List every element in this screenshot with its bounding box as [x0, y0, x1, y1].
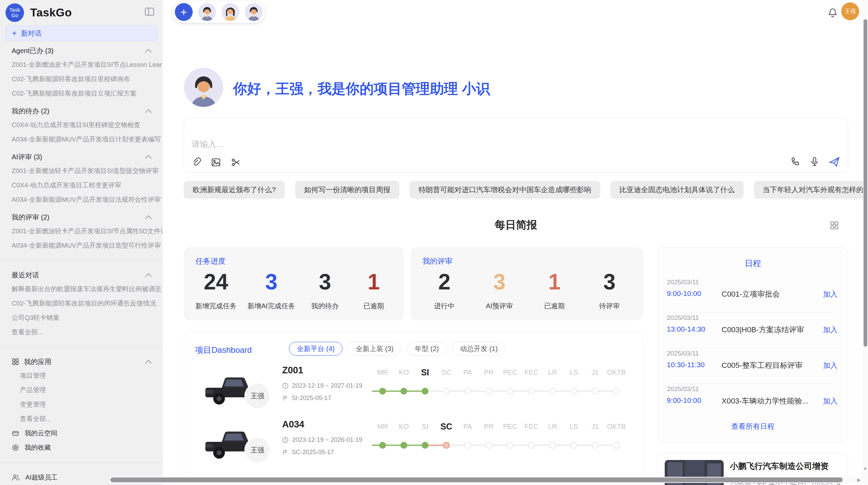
scissors-icon[interactable] [231, 157, 241, 167]
sidebar-section-header[interactable]: AI评审 (3) [12, 150, 162, 164]
avatar[interactable] [198, 3, 216, 21]
milestone-dot[interactable] [549, 442, 556, 449]
milestone-label: OKTB [606, 366, 627, 378]
app-item[interactable]: 变更管理 [12, 397, 162, 412]
milestone-dot[interactable] [528, 442, 535, 449]
stats-row: 2进行中3AI预评审1已逾期3待评审 [411, 269, 643, 311]
sidebar-item[interactable]: Z001-全新燃油轻卡产品开发项目SI造型提交物评审 [12, 164, 162, 178]
sidebar-item[interactable]: C02-飞腾新能源轻客改款项目立项汇报方案 [12, 86, 162, 101]
dashboard-tab[interactable]: 全新上装 (3) [348, 342, 401, 356]
avatar[interactable] [221, 3, 239, 21]
milestone-dot[interactable] [400, 442, 407, 449]
join-meeting-link[interactable]: 加入 [823, 325, 837, 335]
join-meeting-link[interactable]: 加入 [823, 289, 837, 299]
milestone-dot[interactable] [400, 388, 407, 395]
dashboard-tab[interactable]: 全新平台 (4) [289, 342, 342, 356]
notification-bell-icon[interactable] [828, 8, 838, 18]
milestone-dot[interactable] [613, 442, 620, 449]
stat-value: 24 [195, 269, 237, 295]
microphone-icon[interactable] [809, 157, 820, 167]
milestone-dot[interactable] [570, 388, 577, 395]
milestone-dot[interactable] [570, 442, 577, 449]
milestone-dot[interactable] [507, 388, 514, 395]
event-date: 2025/03/11 [667, 314, 699, 322]
collapse-sidebar-icon[interactable] [144, 7, 155, 16]
add-session-button[interactable]: + [175, 3, 193, 21]
milestone-dot[interactable] [379, 388, 386, 395]
recent-chat-item[interactable]: 解释最新出台的欧盟报废车法规再生塑料比例被调至15%... [12, 282, 162, 296]
milestone-dot[interactable] [464, 388, 471, 395]
stats-row: 24新增完成任务3新增AI完成任务3我的待办1已逾期 [184, 269, 404, 311]
suggestion-chips: 欧洲新规最近颁布了什么?如何写一份清晰的项目周报特朗普可能对进口汽车增税会对中国… [184, 181, 868, 199]
sidebar-item[interactable]: A034-全新新能源MUV产品开发项目计划变更表编写 [12, 132, 162, 147]
sidebar-item[interactable]: C0X4-动力总成开发项目SI里程碑提交物检查 [12, 118, 162, 132]
vertical-scrollbar-thumb[interactable] [864, 19, 867, 347]
sidebar-link-我的云空间[interactable]: 我的云空间 [12, 426, 162, 440]
sidebar-item[interactable]: Z001-全新燃油皮卡产品开发项目SI节点Lesson Learn报告 [12, 58, 162, 72]
user-avatar[interactable]: 王强 [841, 2, 859, 20]
avatar[interactable] [245, 3, 263, 21]
image-upload-icon[interactable] [211, 157, 221, 167]
sidebar-item[interactable]: C0X4-动力总成开发项目工程变更评审 [12, 178, 162, 192]
app-item[interactable]: 产品管理 [12, 383, 162, 397]
sidebar-section-header[interactable]: 我的待办 (2) [12, 104, 162, 118]
milestone-dot[interactable] [485, 442, 492, 449]
join-meeting-link[interactable]: 加入 [823, 396, 837, 406]
milestone-dot[interactable] [422, 388, 429, 395]
milestone-dot[interactable] [464, 442, 471, 449]
milestone-dot[interactable] [507, 442, 514, 449]
milestone-dot[interactable] [443, 388, 450, 395]
suggestion-chip[interactable]: 比亚迪全固态电池计划具体说了什么 [611, 181, 744, 199]
milestone-dot[interactable] [422, 442, 429, 449]
project-row-Z001: 王强Z0012023-12-19 ~ 2027-01-19SI-2025-05-… [184, 363, 643, 417]
project-code: Z001 [282, 365, 303, 376]
attachment-icon[interactable] [191, 157, 201, 167]
suggestion-chip[interactable]: 当下年轻人对汽车外观有怎样的喜好趋势 [754, 181, 868, 199]
sidebar-section-header[interactable]: Agent已办 (3) [12, 44, 162, 58]
recent-chats-header[interactable]: 最近对话 [12, 268, 162, 282]
chevron-up-icon [145, 273, 152, 277]
milestone-dot[interactable] [592, 388, 599, 395]
sidebar-item[interactable]: A034-全新新能源MUV产品开发项目法规符合性评审 [12, 192, 162, 207]
new-chat-button[interactable]: + 新对话 [5, 25, 157, 41]
phone-call-icon[interactable] [790, 157, 800, 167]
view-all-apps-link[interactable]: 查看全部... [12, 412, 162, 426]
sidebar-item[interactable]: C02-飞腾新能源轻客改款项目里程碑画布 [12, 72, 162, 86]
scroll-right-arrow-icon[interactable]: ▶ [857, 477, 861, 483]
app-item[interactable]: 项目管理 [12, 369, 162, 383]
send-icon[interactable] [829, 156, 840, 167]
suggestion-chip[interactable]: 特朗普可能对进口汽车增税会对中国车企造成哪些影响 [410, 181, 600, 199]
my-apps-header[interactable]: 我的应用 [12, 355, 162, 369]
schedule-events: 2025/03/119:00-10:00C001-立项审批会加入2025/03/… [658, 277, 848, 420]
suggestion-chip[interactable]: 欧洲新规最近颁布了什么? [184, 181, 285, 199]
suggestion-chip[interactable]: 如何写一份清晰的项目周报 [295, 181, 399, 199]
view-all-chats-link[interactable]: 查看全部... [12, 325, 162, 339]
composer-right-tools [790, 156, 840, 167]
milestone-dot[interactable] [379, 442, 386, 449]
milestone-dot[interactable] [528, 388, 535, 395]
recent-chat-item[interactable]: 公司Q3轻卡销量 [12, 311, 162, 325]
sidebar-item[interactable]: Z001-全新燃油轻卡产品开发项目SI节点属性5D文件评审 [12, 224, 162, 238]
milestone-dot[interactable] [592, 442, 599, 449]
milestone-dot[interactable] [485, 388, 492, 395]
view-all-schedule-link[interactable]: 查看所有日程 [658, 422, 848, 431]
milestone-dot[interactable] [613, 388, 620, 395]
dashboard-tab[interactable]: 动总开发 (1) [452, 342, 506, 356]
milestone-dot[interactable] [443, 442, 450, 449]
join-meeting-link[interactable]: 加入 [823, 361, 837, 370]
chat-input-box[interactable]: 请输入... [184, 117, 848, 173]
milestone-dot[interactable] [549, 388, 556, 395]
horizontal-scrollbar-thumb[interactable] [110, 477, 843, 482]
scroll-down-arrow-icon[interactable]: ▼ [863, 466, 868, 472]
milestone-label: SI [414, 366, 436, 378]
layout-grid-icon[interactable] [830, 221, 839, 230]
recent-chat-item[interactable]: C02-飞腾新能源轻客改款项目的闭环通告反馈情况 [12, 296, 162, 311]
plus-icon: + [12, 29, 17, 37]
stat-value: 3 [248, 269, 295, 295]
milestone-label: KO [393, 421, 414, 432]
sidebar-link-我的收藏[interactable]: 我的收藏 [12, 440, 162, 455]
dashboard-tab[interactable]: 年型 (2) [407, 342, 447, 356]
schedule-event: 2025/03/119:00-10:00X003-车辆动力学性能验...加入 [658, 384, 848, 420]
sidebar-item[interactable]: A034-全新新能源MUV产品开发项目造型可行性评审 [12, 238, 162, 253]
sidebar-section-header[interactable]: 我的评审 (2) [12, 210, 162, 224]
